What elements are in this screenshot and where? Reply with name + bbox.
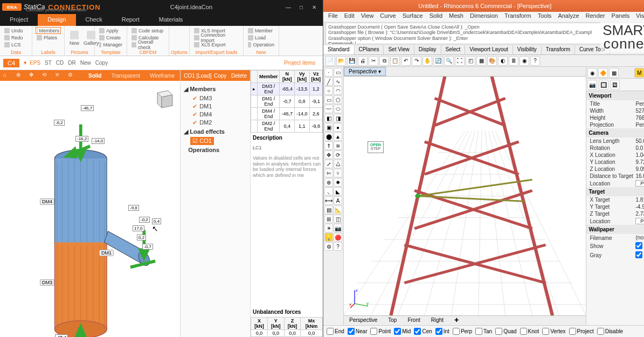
select-tool-icon[interactable]: ▭ [334,68,342,77]
eps-link[interactable]: EPS [30,60,40,66]
new-link[interactable]: New [80,60,91,66]
vtab-front[interactable]: Front [402,316,425,325]
snap-tan[interactable]: Tan [475,328,492,335]
menu-visualarq[interactable]: VisualARQ [633,12,644,22]
menu-edit[interactable]: Edit [342,12,357,22]
polyline-tool-icon[interactable]: ∿ [334,77,342,86]
maximize-button[interactable]: □ [295,2,308,12]
vtab-add[interactable]: ✚ [449,316,464,325]
rotate-tool-icon[interactable]: ⟳ [334,150,342,159]
prop-ztarget[interactable]: 2.733 [635,211,644,217]
snap-perp[interactable]: Perp [453,328,472,335]
dr-link[interactable]: DR [68,60,75,66]
prop-xloc[interactable]: 1.047 [635,152,644,158]
join-tool-icon[interactable]: ⊕ [324,178,333,187]
zoom-in-icon[interactable]: 🔍 [444,56,454,66]
axis-icon[interactable]: ⤧ [55,72,63,79]
rhino-viewport[interactable]: OPENSTEP [344,77,586,315]
minimize-button[interactable]: — [282,2,295,12]
lens-mode-icon[interactable]: 🔲 [599,80,608,90]
snap-mid[interactable]: Mid [394,328,411,335]
paste-icon[interactable]: 📋 [390,56,400,66]
copy-icon[interactable]: ⧉ [379,56,389,66]
show-checkbox[interactable] [635,242,642,249]
camera-mode-icon[interactable]: 📷 [587,80,597,90]
command-history[interactable]: Grasshopper Document ( Open Save SaveAs … [326,23,644,44]
camera-tool-icon[interactable]: 📷 [334,224,342,232]
render-icon[interactable]: 🎨 [487,56,497,66]
explode-tool-icon[interactable]: ✸ [334,178,342,187]
trim-tool-icon[interactable]: ✄ [324,169,333,177]
menu-view[interactable]: View [358,12,377,22]
tb-vplayout[interactable]: Viewport Layout [465,45,513,54]
help-icon[interactable]: ? [530,56,540,66]
snap-cen[interactable]: Cen [414,328,432,335]
gray-checkbox[interactable] [635,251,642,258]
delete-button[interactable]: Delete [231,73,247,79]
tree-co1[interactable]: ☑ CO1 [190,137,214,145]
open-icon[interactable]: 📂 [336,56,346,66]
prop-rotation[interactable]: 0.0 [635,145,644,151]
arc-tool-icon[interactable]: ◠ [334,86,342,95]
print-icon[interactable]: 🖨 [358,56,368,66]
vtab-perspective[interactable]: Perspective [344,316,383,325]
tab-report[interactable]: Report [112,14,149,26]
snap-near[interactable]: Near [348,328,368,335]
menu-panels[interactable]: Panels [609,12,633,22]
prop-dist[interactable]: 16.026 [635,173,644,179]
cone-tool-icon[interactable]: ▲ [334,132,342,141]
new-load-button[interactable]: Load [247,34,275,41]
connection-import-button[interactable]: Connection Import [193,34,240,41]
scale-tool-icon[interactable]: ⤢ [324,160,333,168]
st-link[interactable]: ST [45,60,52,66]
new-picture-button[interactable]: New [68,27,81,50]
copy-button[interactable]: Copy [214,73,226,79]
new-operation-button[interactable]: Operation [247,41,275,48]
point-tool-icon[interactable]: · [324,68,333,77]
vtab-right[interactable]: Right [426,316,449,325]
operations-header[interactable]: Operations [188,147,247,153]
render-tool-icon[interactable]: ☀ [324,224,333,232]
apply-button[interactable]: Apply [98,27,123,34]
place-target-button[interactable]: Place... [635,218,644,224]
orientation-cube[interactable] [152,85,176,109]
xls-export-button[interactable]: XLS Export [193,41,240,48]
prop-lens[interactable]: 50.0 [635,138,644,144]
menu-mesh[interactable]: Mesh [446,12,466,22]
group-tool-icon[interactable]: ⊞ [324,215,333,223]
members-header[interactable]: ◢ Members [184,86,247,93]
tree-dm4[interactable]: ✔DM4 [184,111,247,119]
snap-project[interactable]: Project [569,328,594,335]
menu-dimension[interactable]: Dimension [467,12,501,22]
material-tool-icon[interactable]: 🔴 [334,233,342,242]
redo-button[interactable]: Redo [3,34,29,41]
prop-filename[interactable]: (none) ... [635,235,644,241]
tree-dm2[interactable]: ✔DM2 [184,119,247,127]
hatch-tool-icon[interactable]: ▤ [324,205,333,214]
surface-tool-icon[interactable]: ◧ [324,114,333,122]
snap-disable[interactable]: Disable [597,328,623,335]
home-icon[interactable]: ⌂ [3,72,11,79]
tab-check[interactable]: Check [76,14,112,26]
zoom-icon[interactable]: ⊕ [16,72,24,79]
snap-point[interactable]: Point [370,328,391,335]
menu-tools[interactable]: Tools [535,12,555,22]
tree-dm3[interactable]: ✔DM3 [184,94,247,102]
snap-int[interactable]: Int [435,328,449,335]
new-member-button[interactable]: Member [247,27,275,34]
close-button[interactable]: ✕ [308,2,321,12]
tb-standard[interactable]: Standard [323,45,355,54]
copy-link[interactable]: Copy [95,60,108,66]
members-toggle[interactable]: Members [36,27,61,34]
pan-icon[interactable]: ✋ [423,56,432,66]
4view-icon[interactable]: ▦ [476,56,486,66]
layers-icon[interactable]: ≣ [509,56,518,66]
menu-file[interactable]: File [326,12,341,22]
tb-cplanes[interactable]: CPlanes [355,45,384,54]
overall-check-button[interactable]: Overall check [130,41,165,48]
cut-icon[interactable]: ✂ [369,56,378,66]
split-tool-icon[interactable]: ⑂ [334,169,342,177]
mirror-tool-icon[interactable]: ⧋ [334,160,342,168]
code-setup-button[interactable]: Code setup [130,27,165,34]
viewport-3d[interactable]: ⌂ ⊕ ✥ ⟲ ⤧ ⚙ Solid Transparent Wireframe [0,70,180,337]
